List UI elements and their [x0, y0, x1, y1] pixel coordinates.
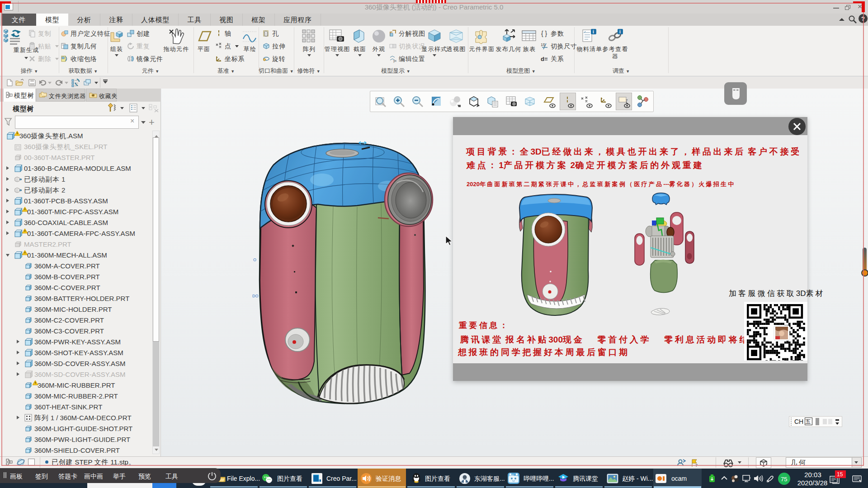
svg-text:{ }: { }	[541, 30, 547, 37]
svg-text:i: i	[593, 29, 594, 34]
svg-text:DO: DO	[252, 294, 259, 298]
svg-text:LIVE: LIVE	[509, 474, 514, 477]
svg-text:7: 7	[626, 99, 628, 103]
svg-text:d=: d=	[541, 56, 548, 62]
svg-text:i: i	[619, 29, 621, 34]
svg-text:O: O	[253, 258, 256, 262]
svg-text:yx: yx	[393, 59, 397, 63]
